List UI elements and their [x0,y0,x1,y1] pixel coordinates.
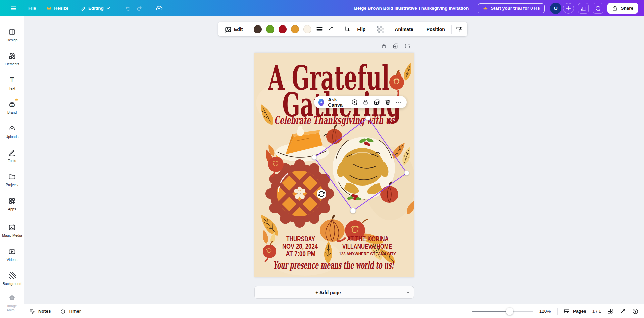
poster-footer-text[interactable]: Your presence means the world to us! [273,259,394,271]
transparency-checker-icon [377,26,384,33]
curve-style-button[interactable] [328,26,335,33]
page-controls [381,43,411,49]
zoom-slider[interactable] [472,308,533,315]
toolbar-divider [249,25,249,34]
trash-icon [384,99,391,106]
animate-button[interactable]: Animate [393,26,415,32]
redo-icon [136,5,143,12]
chevron-down-icon [406,290,410,295]
add-comment-button[interactable] [351,99,358,106]
pages-button[interactable]: Pages [564,308,586,314]
copy-style-button[interactable] [456,26,463,33]
sidebar-divider [5,217,19,217]
ellipsis-icon [395,99,402,106]
edit-image-icon [225,26,232,33]
canvas-page[interactable]: A Grateful Gathering Celebrate Thanksgiv… [254,53,414,277]
delete-element-button[interactable] [384,99,391,106]
videos-play-icon [8,248,16,256]
editing-mode-button[interactable]: Editing [80,5,110,11]
color-swatch-orange[interactable] [291,25,299,33]
flip-button[interactable]: Flip [355,26,367,32]
lock-page-button[interactable] [381,43,387,49]
top-bar: File Resize Editing Beige Brown Bold Ill… [0,0,644,16]
position-button[interactable]: Position [425,26,447,32]
add-page-icon-button[interactable] [404,43,411,49]
object-panel-sidebar: Design Elements T Text co Brand Uploads … [0,16,24,318]
plus-icon [566,6,571,11]
ask-canva-button[interactable]: Ask Canva [328,97,346,108]
poster-where-text[interactable]: AT THE KORINA VILLANUEVA HOME 123 ANYWHE… [339,235,396,256]
line-weight-button[interactable] [316,25,323,33]
zoom-slider-knob[interactable] [506,308,513,315]
comments-button[interactable] [593,3,603,14]
line-weight-icon [316,25,323,33]
help-button[interactable] [632,308,639,315]
main-menu-button[interactable] [10,5,17,12]
element-toolbar: Edit Flip Animate Position [218,22,467,36]
share-upload-icon [612,5,618,11]
transparency-button[interactable] [377,26,384,33]
sidebar-item-text[interactable]: T Text [0,71,24,95]
add-page-button[interactable]: + Add page [255,286,402,298]
sidebar-item-magic-media[interactable]: Magic Media [0,218,24,243]
color-swatch-brown[interactable] [254,25,262,33]
undo-button[interactable] [124,5,132,12]
text-icon: T [8,76,16,84]
fullscreen-button[interactable] [620,308,626,314]
poster-when-text[interactable]: THURSDAY NOV 28, 2024 AT 7:00 PM [282,235,318,257]
resize-button[interactable]: Resize [46,5,68,11]
color-swatch-cream[interactable] [303,25,311,33]
notes-button[interactable]: Notes [29,308,51,314]
poster-artwork: A Grateful Gathering Celebrate Thanksgiv… [254,53,414,277]
topbar-divider [149,4,149,12]
add-account-button[interactable] [563,3,574,14]
lock-element-button[interactable] [362,99,369,106]
zoom-level[interactable]: 120% [539,309,551,314]
start-trial-button[interactable]: Start your trial for 0 Rs [478,3,545,13]
duplicate-icon [392,43,399,49]
color-swatch-red[interactable] [279,25,287,33]
sidebar-item-tools[interactable]: Tools [0,144,24,168]
crop-icon [344,26,351,33]
poster-subtitle[interactable]: Celebrate Thanksgiving with us [274,114,395,127]
more-options-button[interactable] [395,99,402,106]
sidebar-item-design[interactable]: Design [0,23,24,47]
document-title[interactable]: Beige Brown Bold Illustrative Thanksgivi… [354,6,469,11]
uploads-cloud-icon [8,124,16,132]
duplicate-element-button[interactable] [373,99,380,106]
sidebar-item-uploads[interactable]: Uploads [0,119,24,144]
comment-plus-icon [351,99,358,106]
redo-button[interactable] [136,5,143,12]
background-pattern-icon [9,272,16,280]
share-button[interactable]: Share [607,3,638,14]
sidebar-item-projects[interactable]: Projects [0,168,24,192]
sidebar-item-image-animations[interactable]: Image Anim... [0,291,24,315]
sidebar-item-brand[interactable]: co Brand [0,95,24,119]
statusbar-divider [557,308,558,315]
duplicate-page-button[interactable] [392,43,399,49]
color-swatch-green[interactable] [266,25,274,33]
toolbar-divider [339,25,339,34]
svg-text:co: co [11,104,13,106]
grid-view-button[interactable] [607,308,613,314]
crop-button[interactable] [344,26,351,33]
notes-icon [29,308,36,314]
user-avatar[interactable]: U [550,3,561,14]
add-page-control: + Add page [254,286,414,299]
sidebar-item-apps[interactable]: Apps [0,192,24,216]
add-page-dropdown-button[interactable] [402,286,414,298]
topbar-divider [117,4,117,12]
grid-view-icon [607,308,613,314]
trial-button-label: Start your trial for 0 Rs [491,6,540,11]
edit-image-button[interactable]: Edit [222,25,245,33]
file-menu-label: File [28,6,36,11]
sidebar-item-elements[interactable]: Elements [0,47,24,71]
insights-button[interactable] [578,3,589,14]
canva-ai-icon [318,99,324,106]
resize-label: Resize [54,6,68,11]
file-menu-button[interactable]: File [28,6,36,11]
timer-button[interactable]: Timer [60,308,81,314]
sidebar-item-videos[interactable]: Videos [0,243,24,267]
sidebar-item-background[interactable]: Background [0,267,24,291]
svg-text:THURSDAY: THURSDAY [286,235,315,243]
